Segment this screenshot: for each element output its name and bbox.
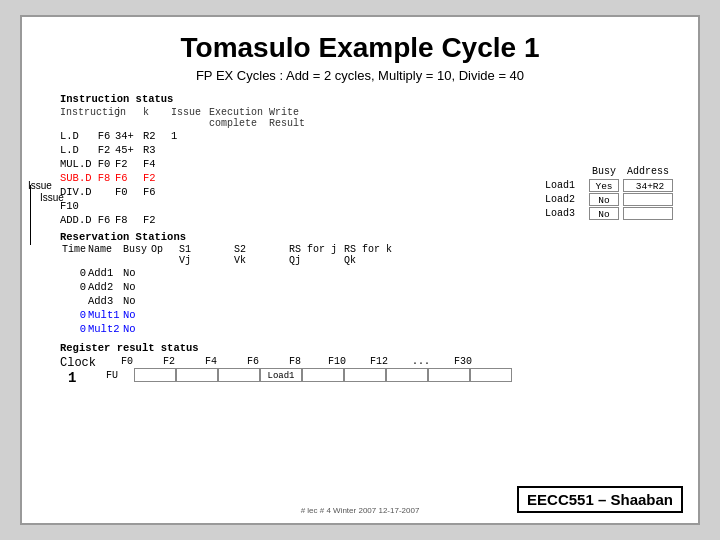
rs-vj (179, 308, 234, 322)
load-busy: Yes (589, 179, 619, 192)
rs-vk-header: S2Vk (234, 244, 289, 266)
reg-header: F30 (442, 356, 484, 367)
instr-k: F6 (143, 185, 171, 213)
rs-qk (344, 308, 399, 322)
reg-header: F12 (358, 356, 400, 367)
fu-cell-f0 (134, 368, 176, 382)
footnote: # lec # 4 Winter 2007 12-17-2007 (22, 506, 698, 515)
load-address (623, 193, 673, 206)
clock-block: Clock 1 (60, 356, 96, 386)
instr-exec (209, 213, 269, 227)
instr-name: L.D F2 (60, 143, 115, 157)
header-j: j (115, 107, 143, 129)
register-result-section: Register result status Clock 1 F0 F2 F4 … (60, 342, 678, 386)
instr-j: 45+ (115, 143, 143, 157)
fu-cell-f4 (218, 368, 260, 382)
reg-header: F2 (148, 356, 190, 367)
instr-name: DIV.D F10 (60, 185, 115, 213)
list-item: 0 Mult2 No (60, 322, 678, 336)
rs-name: Mult2 (88, 322, 123, 336)
rs-qj (289, 280, 344, 294)
rs-qk (344, 294, 399, 308)
instr-j: 34+ (115, 129, 143, 143)
rs-qk-header: RS for kQk (344, 244, 399, 266)
busy-header: Busy (589, 165, 619, 179)
rs-time: 0 (60, 308, 88, 322)
busy-load-section: Busy Address Load1 Yes 34+R2 Load2 No Lo… (545, 165, 678, 221)
fu-cell-f12 (386, 368, 428, 382)
instr-issue: 1 (171, 129, 209, 143)
rs-op (151, 308, 179, 322)
table-row: L.D F2 45+ R3 (60, 143, 678, 157)
list-item: 0 Add2 No (60, 280, 678, 294)
load-busy: No (589, 193, 619, 206)
header-exec: Executioncomplete (209, 107, 269, 129)
instr-issue (171, 171, 209, 185)
clock-value: 1 (68, 370, 96, 386)
load-address (623, 207, 673, 220)
reservation-stations-section: Reservation Stations Time Name Busy Op S… (60, 231, 678, 336)
slide-title: Tomasulo Example Cycle 1 (42, 27, 678, 64)
instr-write (269, 157, 329, 171)
busy-name-header (545, 165, 585, 179)
list-item: Load2 No (545, 193, 678, 207)
rs-name: Add2 (88, 280, 123, 294)
rs-op (151, 266, 179, 280)
instr-j: F6 (115, 171, 143, 185)
fu-cell-f8 (302, 368, 344, 382)
instr-name: SUB.D F8 (60, 171, 115, 185)
fu-cell-f30 (470, 368, 512, 382)
table-row: L.D F6 34+ R2 1 (60, 129, 678, 143)
rs-header-row: Time Name Busy Op S1Vj S2Vk RS for jQj R… (60, 244, 678, 266)
reg-header: F0 (106, 356, 148, 367)
instr-exec (209, 185, 269, 213)
rs-vj (179, 322, 234, 336)
fu-cell-f6: Load1 (260, 368, 302, 382)
fu-row: FU Load1 (106, 368, 678, 382)
rs-op (151, 322, 179, 336)
load-name: Load1 (545, 179, 585, 193)
rs-vj (179, 294, 234, 308)
issue-line (30, 185, 31, 245)
register-result-title: Register result status (60, 342, 678, 354)
load-busy: No (589, 207, 619, 220)
slide-subtitle: FP EX Cycles : Add = 2 cycles, Multiply … (42, 68, 678, 83)
rs-op-header: Op (151, 244, 179, 266)
instr-exec (209, 171, 269, 185)
instr-exec (209, 129, 269, 143)
header-k: k (143, 107, 171, 129)
issue-label-text: Issue (28, 180, 52, 191)
rs-name: Add3 (88, 294, 123, 308)
rs-vj (179, 266, 234, 280)
instr-issue (171, 213, 209, 227)
fu-label: FU (106, 370, 134, 381)
list-item: Load1 Yes 34+R2 (545, 179, 678, 193)
reg-header: ... (400, 356, 442, 367)
rs-vk (234, 294, 289, 308)
reg-clock-row: Clock 1 F0 F2 F4 F6 F8 F10 F12 ... F30 (60, 356, 678, 386)
list-item: 0 Mult1 No (60, 308, 678, 322)
fu-cell-f10 (344, 368, 386, 382)
fu-cell-f2 (176, 368, 218, 382)
instr-j: F0 (115, 185, 143, 213)
rs-vk (234, 280, 289, 294)
instr-write (269, 171, 329, 185)
load-address: 34+R2 (623, 179, 673, 192)
address-header: Address (623, 165, 678, 179)
instr-exec (209, 157, 269, 171)
rs-time (60, 294, 88, 308)
clock-label: Clock (60, 356, 96, 370)
instruction-status-headers: Instruction j k Issue Executioncomplete … (60, 107, 678, 129)
instr-k: F2 (143, 213, 171, 227)
instr-write (269, 185, 329, 213)
instr-issue (171, 143, 209, 157)
rs-busy: No (123, 294, 151, 308)
rs-time: 0 (60, 266, 88, 280)
instr-name: ADD.D F6 (60, 213, 115, 227)
rs-vj-header: S1Vj (179, 244, 234, 266)
instr-j: F2 (115, 157, 143, 171)
busy-header-row: Busy Address (545, 165, 678, 179)
rs-vk (234, 322, 289, 336)
instr-k: R3 (143, 143, 171, 157)
instr-name: MUL.D F0 (60, 157, 115, 171)
